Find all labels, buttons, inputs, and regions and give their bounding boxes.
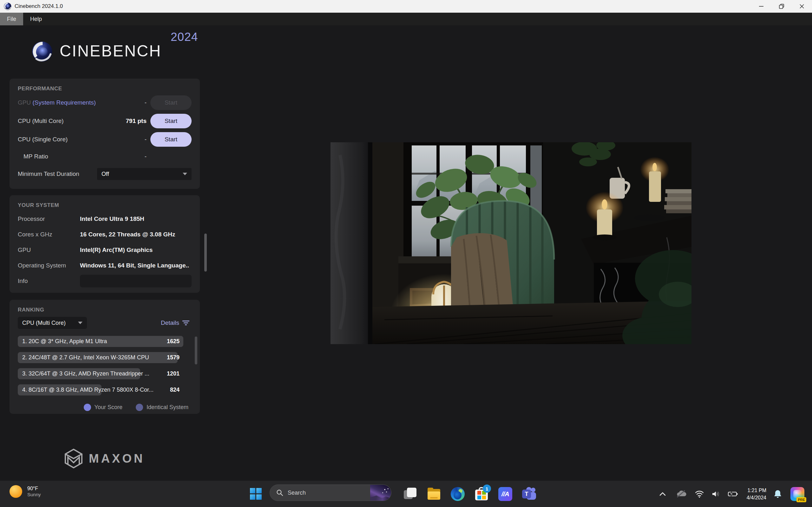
tray-chevron-up-icon[interactable]	[659, 492, 666, 496]
gpu-start-button[interactable]: Start	[150, 95, 192, 110]
details-link[interactable]: Details	[161, 320, 190, 326]
cinebench-app-icon	[4, 3, 11, 10]
maxon-logo: MAXON	[65, 449, 145, 468]
menu-help[interactable]: Help	[23, 13, 49, 25]
weather-condition: Sunny	[27, 492, 41, 498]
close-button[interactable]	[792, 0, 812, 13]
ranking-row[interactable]: 2. 24C/48T @ 2.7 GHz, Intel Xeon W-3265M…	[18, 352, 183, 363]
sun-icon	[9, 485, 22, 498]
copilot-pre-badge: PRE	[797, 497, 806, 502]
filter-icon	[182, 320, 190, 326]
system-requirements-link[interactable]: (System Requirements)	[32, 99, 96, 106]
legend-your-score: Your Score	[84, 404, 122, 411]
titlebar: Cinebench 2024.1.0	[0, 0, 812, 13]
ranking-row[interactable]: 3. 32C/64T @ 3 GHz, AMD Ryzen Threadripp…	[18, 368, 183, 379]
screen: Cinebench 2024.1.0 File Help CINEBENCH 2…	[0, 0, 812, 507]
tray-date: 4/4/2024	[747, 494, 766, 501]
tray-time: 1:21 PM	[747, 487, 766, 494]
file-explorer-button[interactable]	[426, 486, 442, 502]
weather-widget[interactable]: 90°F Sunny	[9, 485, 41, 498]
start-button[interactable]	[248, 486, 264, 502]
gpu-row: GPU (System Requirements) - Start	[18, 95, 192, 110]
weather-temp: 90°F	[27, 486, 41, 492]
cpu-multi-start-button[interactable]: Start	[150, 114, 192, 128]
edge-button[interactable]	[450, 486, 466, 502]
duration-row: Minimum Test Duration Off	[18, 168, 192, 180]
restore-button[interactable]	[771, 0, 792, 13]
ranking-panel: RANKING CPU (Multi Core) Details 1. 20C …	[9, 300, 200, 414]
your-score-dot-icon	[84, 404, 91, 411]
store-notification-badge: 1	[483, 485, 491, 493]
mp-ratio-row: MP Ratio -	[18, 150, 192, 163]
ranking-row[interactable]: 1. 20C @ 3* GHz, Apple M1 Ultra 1625	[18, 336, 183, 347]
volume-icon[interactable]	[711, 490, 721, 498]
cpu-single-start-button[interactable]: Start	[150, 132, 192, 147]
cpu-multi-row: CPU (Multi Core) 791 pts Start	[18, 113, 192, 129]
render-preview-image	[331, 142, 692, 344]
gpu-label: GPU (System Requirements)	[18, 99, 141, 106]
store-button[interactable]: 1	[473, 486, 490, 502]
performance-panel: PERFORMANCE GPU (System Requirements) - …	[9, 78, 200, 189]
duration-value: Off	[101, 171, 109, 177]
chevron-down-icon	[183, 173, 187, 175]
processor-row: Processor Intel Core Ultra 9 185H	[18, 211, 192, 227]
clock[interactable]: 1:21 PM 4/4/2024	[747, 487, 766, 501]
task-view-icon	[403, 487, 417, 501]
system-tray: 1:21 PM 4/4/2024 PRE	[659, 481, 812, 507]
ranking-list: 1. 20C @ 3* GHz, Apple M1 Ultra 1625 2. …	[18, 336, 192, 395]
cpu-single-label: CPU (Single Core)	[18, 136, 141, 143]
system-panel: YOUR SYSTEM Processor Intel Core Ultra 9…	[9, 195, 200, 293]
system-header: YOUR SYSTEM	[18, 202, 192, 209]
cpu-single-value: -	[145, 136, 147, 143]
menubar: File Help	[0, 13, 812, 25]
ranking-header: RANKING	[18, 307, 192, 313]
info-row: Info	[18, 273, 192, 289]
window-title: Cinebench 2024.1.0	[14, 3, 63, 9]
teams-icon: T	[522, 487, 536, 501]
task-view-button[interactable]	[402, 486, 418, 502]
ranking-legend: Your Score Identical System	[18, 404, 192, 411]
left-column-scrollbar[interactable]	[204, 233, 207, 272]
maxon-hexagon-icon	[65, 449, 83, 468]
wifi-icon[interactable]	[695, 490, 704, 498]
cores-row: Cores x GHz 16 Cores, 22 Threads @ 3.08 …	[18, 227, 192, 242]
search-box[interactable]: Search	[270, 485, 392, 501]
duration-label: Minimum Test Duration	[18, 170, 97, 177]
cpu-multi-score: 791 pts	[126, 118, 147, 124]
performance-header: PERFORMANCE	[18, 86, 192, 92]
minimize-button[interactable]	[751, 0, 771, 13]
gpu-info-row: GPU Intel(R) Arc(TM) Graphics	[18, 242, 192, 258]
brand-year: 2024	[171, 31, 198, 44]
teams-button[interactable]: T	[521, 486, 537, 502]
ranking-filter-select[interactable]: CPU (Multi Core)	[18, 317, 87, 329]
menu-file[interactable]: File	[0, 13, 23, 25]
notification-bell-icon[interactable]	[773, 489, 782, 499]
identical-system-dot-icon	[136, 404, 143, 411]
duration-select[interactable]: Off	[97, 168, 192, 180]
ranking-row[interactable]: 4. 8C/16T @ 3.8 GHz, AMD Ryzen 7 5800X 8…	[18, 384, 183, 395]
battery-icon[interactable]	[728, 491, 739, 497]
brand-wordmark: CINEBENCH	[60, 42, 161, 60]
legend-identical-system: Identical System	[136, 404, 189, 411]
search-icon	[276, 489, 283, 496]
cinebench-logo-icon	[32, 41, 53, 62]
maxon-wordmark: MAXON	[89, 452, 145, 465]
windows-logo-icon	[250, 488, 262, 500]
info-input[interactable]	[80, 275, 192, 287]
search-placeholder: Search	[288, 490, 370, 496]
copilot-icon[interactable]: PRE	[791, 487, 804, 501]
maxon-app-button[interactable]: //A	[497, 486, 513, 502]
os-row: Operating System Windows 11, 64 Bit, Sin…	[18, 258, 192, 273]
cpu-multi-label: CPU (Multi Core)	[18, 118, 122, 124]
ranking-controls: CPU (Multi Core) Details	[18, 317, 192, 329]
chevron-down-icon	[78, 322, 83, 324]
gpu-value: -	[145, 99, 147, 106]
ranking-scrollbar[interactable]	[195, 337, 197, 364]
window-controls	[751, 0, 812, 13]
maxon-app-icon: //A	[498, 487, 512, 501]
onedrive-icon[interactable]	[676, 490, 687, 498]
cpu-single-row: CPU (Single Core) - Start	[18, 132, 192, 147]
mp-ratio-label: MP Ratio	[18, 153, 141, 160]
mp-ratio-value: -	[145, 153, 147, 160]
edge-icon	[451, 487, 465, 501]
